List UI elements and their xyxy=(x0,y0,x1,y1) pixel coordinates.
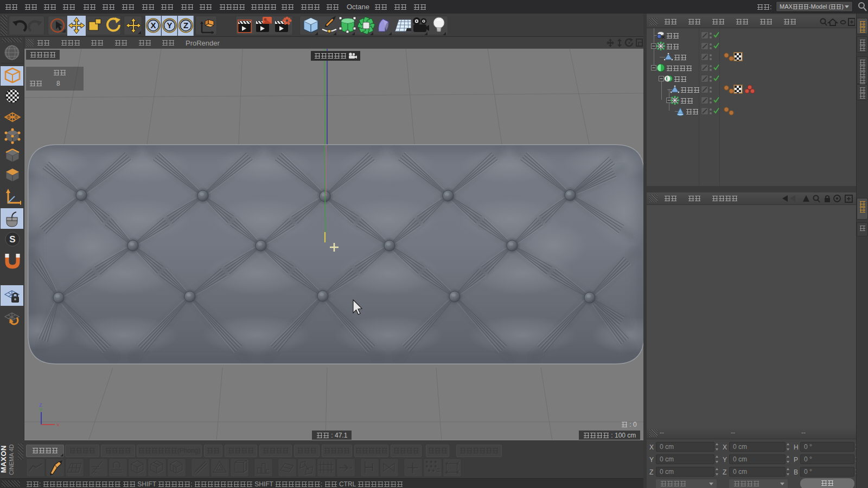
svg-text:Z: Z xyxy=(183,21,188,30)
svg-text:Y: Y xyxy=(39,407,42,413)
svg-text:X: X xyxy=(56,422,60,426)
svg-text:X: X xyxy=(150,21,156,30)
svg-text:Y: Y xyxy=(167,21,172,30)
svg-text:S: S xyxy=(9,234,15,245)
